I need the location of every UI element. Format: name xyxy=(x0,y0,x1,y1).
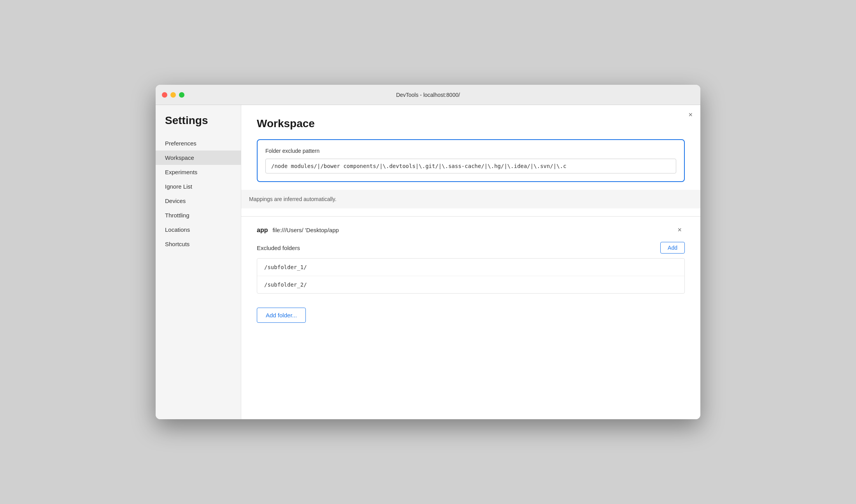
folder-exclude-input[interactable] xyxy=(265,159,676,173)
workspace-path-row: app file:///Users/ 'Desktop/app × xyxy=(257,224,685,236)
window-body: Settings Preferences Workspace Experimen… xyxy=(156,105,700,419)
folder-item: /subfolder_1/ xyxy=(257,259,684,276)
titlebar-title: DevTools - localhost:8000/ xyxy=(396,92,460,98)
workspace-name: app xyxy=(257,227,268,234)
excluded-folders-label: Excluded folders xyxy=(257,245,300,251)
sidebar-item-preferences[interactable]: Preferences xyxy=(156,136,241,150)
minimize-traffic-light[interactable] xyxy=(170,92,176,98)
maximize-traffic-light[interactable] xyxy=(179,92,184,98)
folder-exclude-label: Folder exclude pattern xyxy=(265,148,676,154)
page-title: Workspace xyxy=(257,117,685,130)
close-button[interactable]: × xyxy=(688,111,693,118)
sidebar-heading: Settings xyxy=(156,114,241,136)
traffic-lights xyxy=(162,92,184,98)
devtools-window: DevTools - localhost:8000/ Settings Pref… xyxy=(156,85,700,419)
sidebar-item-ignore-list[interactable]: Ignore List xyxy=(156,179,241,194)
sidebar-item-locations[interactable]: Locations xyxy=(156,222,241,237)
close-traffic-light[interactable] xyxy=(162,92,167,98)
add-folder-button[interactable]: Add folder... xyxy=(257,308,306,323)
workspace-path: file:///Users/ 'Desktop/app xyxy=(272,227,674,233)
workspace-remove-button[interactable]: × xyxy=(674,224,685,236)
folder-exclude-section: Folder exclude pattern xyxy=(257,139,685,182)
sidebar-item-shortcuts[interactable]: Shortcuts xyxy=(156,237,241,251)
folders-list: /subfolder_1/ /subfolder_2/ xyxy=(257,258,685,294)
workspace-entry: app file:///Users/ 'Desktop/app × Exclud… xyxy=(257,224,685,308)
sidebar-item-workspace[interactable]: Workspace xyxy=(156,150,241,165)
titlebar: DevTools - localhost:8000/ xyxy=(156,85,700,105)
add-excluded-folder-button[interactable]: Add xyxy=(660,242,685,254)
sidebar-item-throttling[interactable]: Throttling xyxy=(156,208,241,222)
mappings-info: Mappings are inferred automatically. xyxy=(241,190,700,208)
section-divider xyxy=(241,216,700,217)
main-content: × Workspace Folder exclude pattern Mappi… xyxy=(241,105,700,419)
sidebar-item-devices[interactable]: Devices xyxy=(156,194,241,208)
excluded-folders-row: Excluded folders Add xyxy=(257,242,685,254)
sidebar-item-experiments[interactable]: Experiments xyxy=(156,165,241,179)
sidebar: Settings Preferences Workspace Experimen… xyxy=(156,105,241,419)
folder-item: /subfolder_2/ xyxy=(257,276,684,293)
